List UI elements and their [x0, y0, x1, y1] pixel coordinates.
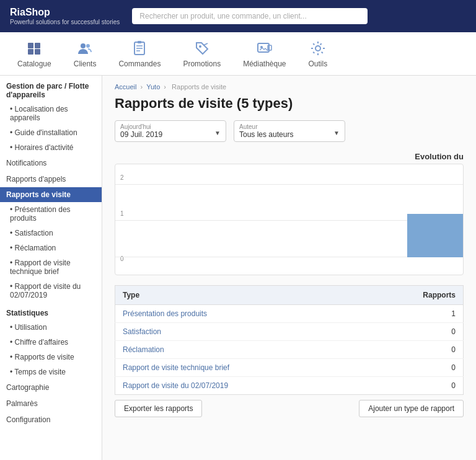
- table-row[interactable]: Satisfaction 0: [115, 323, 464, 341]
- nav-label-mediatheque: Médiathèque: [243, 60, 286, 68]
- svg-point-16: [315, 46, 320, 51]
- page-title: Rapports de visite (5 types): [115, 95, 464, 112]
- sidebar-notifications[interactable]: Notifications: [0, 155, 102, 171]
- nav-item-promotions[interactable]: Promotions: [172, 32, 232, 76]
- sidebar-palmares[interactable]: Palmarès: [0, 396, 102, 412]
- nav-label-promotions: Promotions: [183, 60, 221, 68]
- sidebar-rapports-visite-active[interactable]: Rapports de visite: [0, 187, 102, 202]
- table-cell-type[interactable]: Rapport de visite technique brief: [115, 359, 366, 377]
- chart-bar: [407, 214, 463, 257]
- table-cell-count: 0: [365, 323, 463, 341]
- sidebar-section-stats: Statistiques: [0, 303, 102, 320]
- col-header-rapports: Rapports: [365, 286, 463, 305]
- chevron-down-author-icon: ▼: [333, 130, 340, 136]
- svg-rect-3: [35, 49, 40, 55]
- filter-author-select[interactable]: Tous les auteurs: [239, 130, 340, 139]
- data-table: Type Rapports Présentation des produits …: [115, 285, 464, 395]
- header: RiaShop Powerful solutions for successfu…: [0, 0, 476, 32]
- svg-rect-2: [28, 49, 33, 55]
- breadcrumb-sep-1: ›: [141, 83, 145, 91]
- sidebar-configuration[interactable]: Configuration: [0, 412, 102, 428]
- table-row[interactable]: Présentation des produits 1: [115, 305, 464, 323]
- svg-point-4: [81, 43, 86, 48]
- brand-tagline: Powerful solutions for successful storie…: [10, 19, 120, 26]
- filter-date[interactable]: Aujourd'hui 09 Juil. 2019 ▼: [115, 120, 226, 142]
- promotions-icon: [193, 40, 211, 57]
- commandes-icon: [131, 40, 148, 57]
- nav-label-commandes: Commandes: [118, 60, 161, 68]
- svg-point-11: [199, 45, 201, 48]
- svg-point-5: [86, 44, 90, 48]
- sidebar-item-technique-brief[interactable]: • Rapport de visite technique brief: [0, 255, 102, 279]
- nav-item-clients[interactable]: Clients: [63, 32, 108, 76]
- svg-line-12: [203, 43, 208, 45]
- svg-rect-10: [138, 41, 141, 43]
- table-cell-type[interactable]: Rapport de visite du 02/07/2019: [115, 377, 366, 395]
- mediatheque-icon: [256, 40, 273, 57]
- sidebar-item-rapport-02[interactable]: • Rapport de visite du 02/07/2019: [0, 279, 102, 303]
- chevron-down-icon: ▼: [214, 130, 221, 136]
- sidebar-section-fleet: Gestion de parc / Flotte d'appareils: [0, 76, 102, 102]
- svg-rect-0: [28, 43, 33, 48]
- add-type-button[interactable]: Ajouter un type de rapport: [359, 400, 464, 417]
- content: Accueil › Yuto › Rapports de visite Rapp…: [102, 76, 476, 460]
- table-row[interactable]: Rapport de visite du 02/07/2019 0: [115, 377, 464, 395]
- brand-name: RiaShop: [10, 6, 120, 18]
- table-cell-type[interactable]: Satisfaction: [115, 323, 366, 341]
- breadcrumb-accueil[interactable]: Accueil: [115, 83, 136, 91]
- main-layout: Gestion de parc / Flotte d'appareils • L…: [0, 76, 476, 460]
- chart-line-2: [115, 184, 463, 185]
- table-cell-type[interactable]: Réclamation: [115, 341, 366, 359]
- sidebar-item-temps[interactable]: • Temps de visite: [0, 365, 102, 379]
- table-cell-count: 0: [365, 359, 463, 377]
- table-cell-type[interactable]: Présentation des produits: [115, 305, 366, 323]
- sidebar-rapports-appels[interactable]: Rapports d'appels: [0, 171, 102, 187]
- sidebar-cartographie[interactable]: Cartographie: [0, 379, 102, 396]
- table-row[interactable]: Rapport de visite technique brief 0: [115, 359, 464, 377]
- sidebar-item-reclamation[interactable]: • Réclamation: [0, 241, 102, 255]
- table-cell-count: 0: [365, 377, 463, 395]
- search-placeholder: Rechercher un produit, une commande, un …: [139, 12, 306, 20]
- table-header-row: Type Rapports: [115, 286, 464, 305]
- brand: RiaShop Powerful solutions for successfu…: [10, 6, 120, 25]
- chart-container: 2 1 0: [115, 164, 464, 275]
- sidebar-item-rapports-visite[interactable]: • Rapports de visite: [0, 350, 102, 365]
- sidebar-item-localisation[interactable]: • Localisation des appareils: [0, 102, 102, 125]
- filter-author[interactable]: Auteur Tous les auteurs ▼: [234, 120, 345, 142]
- nav-item-commandes[interactable]: Commandes: [107, 32, 172, 76]
- filter-author-value: Tous les auteurs: [239, 130, 293, 139]
- sidebar-item-horaires[interactable]: • Horaires d'activité: [0, 140, 102, 155]
- nav-item-outils[interactable]: Outils: [298, 32, 339, 76]
- sidebar-item-satisfaction[interactable]: • Satisfaction: [0, 226, 102, 241]
- nav-item-catalogue[interactable]: Catalogue: [6, 32, 63, 76]
- outils-icon: [309, 40, 327, 57]
- table-row[interactable]: Réclamation 0: [115, 341, 464, 359]
- sidebar-item-presentation[interactable]: • Présentation des produits: [0, 202, 102, 226]
- breadcrumb-sep-2: ›: [164, 83, 168, 91]
- nav-label-outils: Outils: [309, 60, 328, 68]
- nav-label-catalogue: Catalogue: [17, 60, 51, 68]
- sidebar-item-utilisation[interactable]: • Utilisation: [0, 320, 102, 335]
- chart-title: Evolution du: [115, 152, 464, 161]
- breadcrumb-yuto[interactable]: Yuto: [146, 83, 160, 91]
- search-bar[interactable]: Rechercher un produit, une commande, un …: [132, 8, 368, 24]
- filters-row: Aujourd'hui 09 Juil. 2019 ▼ Auteur Tous …: [115, 120, 464, 142]
- breadcrumb-current: Rapports de visite: [172, 83, 226, 91]
- col-header-type: Type: [115, 286, 366, 305]
- nav-label-clients: Clients: [74, 60, 97, 68]
- filter-author-label: Auteur: [239, 123, 340, 130]
- sidebar-item-guide[interactable]: • Guide d'installation: [0, 125, 102, 140]
- breadcrumb: Accueil › Yuto › Rapports de visite: [115, 83, 464, 91]
- table-cell-count: 0: [365, 341, 463, 359]
- nav-item-mediatheque[interactable]: Médiathèque: [232, 32, 297, 76]
- svg-rect-1: [35, 43, 40, 48]
- export-button[interactable]: Exporter les rapports: [115, 400, 202, 417]
- sidebar: Gestion de parc / Flotte d'appareils • L…: [0, 76, 102, 460]
- clients-icon: [76, 40, 94, 57]
- nav-bar: Catalogue Clients Commandes Promotions M…: [0, 32, 476, 76]
- filter-date-select[interactable]: 09 Juil. 2019: [120, 130, 221, 139]
- filter-date-value: 09 Juil. 2019: [120, 130, 162, 139]
- table-cell-count: 1: [365, 305, 463, 323]
- sidebar-item-chiffre[interactable]: • Chiffre d'affaires: [0, 335, 102, 350]
- chart-y-2: 2: [120, 174, 124, 181]
